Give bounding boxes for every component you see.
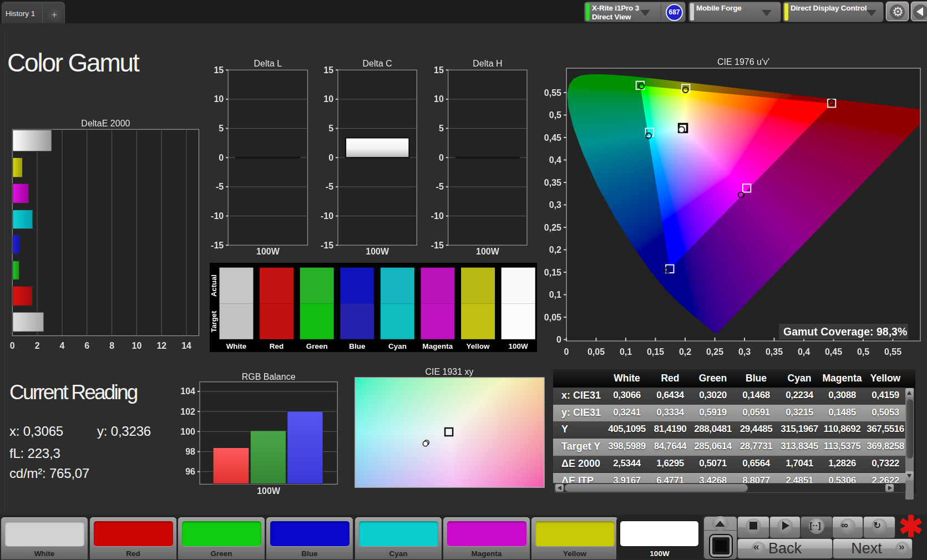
svg-text:10: 10 (214, 94, 224, 104)
svg-text:100W: 100W (366, 247, 389, 256)
svg-text:0,4: 0,4 (798, 347, 810, 357)
svg-text:0,15: 0,15 (647, 347, 664, 357)
svg-text:0: 0 (328, 153, 333, 162)
svg-text:0,2: 0,2 (549, 245, 561, 254)
svg-text:Target: Target (210, 310, 218, 332)
svg-text:Yellow: Yellow (467, 342, 490, 350)
svg-text:0,55: 0,55 (884, 347, 901, 357)
svg-text:CIE 1931 xy: CIE 1931 xy (425, 367, 473, 376)
svg-text:-5: -5 (326, 182, 333, 191)
svg-text:0,35: 0,35 (766, 347, 783, 357)
svg-text:0,55: 0,55 (544, 88, 561, 98)
svg-text:5: 5 (439, 124, 444, 133)
svg-text:0,45: 0,45 (544, 133, 561, 142)
svg-text:0,05: 0,05 (544, 313, 561, 322)
svg-text:-15: -15 (211, 241, 224, 250)
svg-text:Red: Red (270, 342, 284, 350)
svg-text:Delta L: Delta L (254, 59, 282, 68)
svg-text:0,5: 0,5 (857, 347, 869, 357)
svg-text:96: 96 (185, 467, 195, 476)
svg-text:Cyan: Cyan (388, 342, 407, 350)
svg-text:100: 100 (180, 427, 195, 436)
svg-text:0: 0 (10, 341, 15, 350)
svg-text:0,2: 0,2 (679, 347, 691, 357)
svg-text:-10: -10 (431, 211, 444, 221)
svg-text:98: 98 (185, 447, 195, 456)
svg-text:Delta C: Delta C (363, 59, 392, 68)
svg-text:10: 10 (132, 341, 142, 350)
svg-text:0,25: 0,25 (706, 347, 723, 357)
svg-text:104: 104 (180, 386, 195, 396)
svg-text:RGB Balance: RGB Balance (242, 372, 296, 381)
svg-text:5: 5 (328, 124, 333, 133)
svg-text:-5: -5 (436, 182, 444, 191)
svg-text:2: 2 (35, 341, 40, 350)
svg-text:15: 15 (323, 65, 333, 75)
svg-text:6: 6 (84, 341, 89, 350)
svg-text:-15: -15 (431, 241, 444, 250)
svg-text:8: 8 (109, 341, 114, 350)
svg-text:Green: Green (306, 342, 328, 350)
svg-text:Delta H: Delta H (473, 59, 502, 68)
svg-text:0,35: 0,35 (544, 178, 561, 187)
svg-text:100W: 100W (509, 342, 529, 350)
svg-text:-5: -5 (216, 182, 224, 191)
svg-text:10: 10 (323, 94, 333, 104)
svg-text:DeltaE 2000: DeltaE 2000 (81, 119, 130, 128)
svg-text:100W: 100W (256, 247, 280, 256)
svg-text:100W: 100W (257, 486, 281, 496)
svg-text:0: 0 (556, 335, 561, 344)
svg-text:0,1: 0,1 (549, 290, 561, 299)
svg-text:Actual: Actual (210, 274, 218, 297)
svg-text:4: 4 (60, 341, 65, 350)
svg-text:0,3: 0,3 (738, 347, 751, 357)
svg-text:12: 12 (156, 341, 166, 350)
svg-text:0,5: 0,5 (549, 110, 561, 120)
svg-text:CIE 1976 u'v': CIE 1976 u'v' (717, 57, 769, 67)
svg-text:Magenta: Magenta (423, 342, 453, 350)
svg-text:5: 5 (219, 124, 224, 133)
svg-text:0: 0 (564, 347, 569, 357)
svg-text:0: 0 (439, 153, 444, 162)
svg-text:0,25: 0,25 (544, 223, 561, 232)
svg-text:100W: 100W (476, 247, 500, 256)
svg-text:Blue: Blue (349, 342, 366, 350)
svg-text:0: 0 (219, 153, 224, 162)
svg-text:0,3: 0,3 (549, 200, 561, 210)
svg-text:0,1: 0,1 (620, 347, 632, 357)
svg-text:0,45: 0,45 (825, 347, 842, 357)
svg-text:102: 102 (180, 407, 195, 416)
svg-text:-15: -15 (321, 241, 333, 250)
svg-text:10: 10 (434, 94, 444, 104)
svg-text:14: 14 (181, 341, 191, 350)
svg-text:15: 15 (214, 65, 224, 75)
svg-text:0,4: 0,4 (549, 155, 561, 165)
svg-text:0,15: 0,15 (544, 268, 561, 277)
svg-text:White: White (226, 342, 247, 350)
svg-text:-10: -10 (211, 211, 224, 221)
svg-text:0,05: 0,05 (587, 347, 605, 357)
svg-text:-10: -10 (321, 211, 333, 221)
svg-text:15: 15 (434, 65, 444, 75)
